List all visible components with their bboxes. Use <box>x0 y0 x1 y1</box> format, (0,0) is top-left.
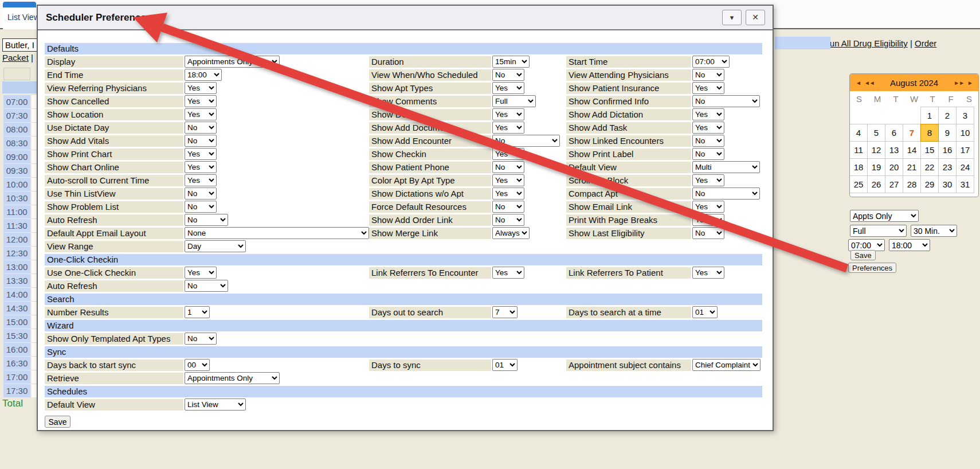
use-one-click-checkin-select[interactable]: Yes <box>185 267 217 279</box>
show-merge-link-select[interactable]: Always <box>492 227 530 239</box>
calendar-day-7[interactable]: 7 <box>903 124 921 142</box>
display-mode-select[interactable]: Full <box>850 225 907 237</box>
show-add-vitals-select[interactable]: No <box>185 135 217 147</box>
appts-filter-select[interactable]: Appts Only <box>850 210 919 222</box>
calendar-day-31[interactable]: 31 <box>956 175 974 193</box>
duration-select[interactable]: 15min <box>492 56 530 68</box>
show-problem-list-select[interactable]: No <box>185 201 217 213</box>
show-dob-select[interactable]: Yes <box>492 108 524 120</box>
calendar-day-28[interactable]: 28 <box>903 175 921 193</box>
start-time-select[interactable]: 07:00 <box>848 239 885 251</box>
show-only-templated-apt-types-select[interactable]: No <box>185 333 217 345</box>
show-patient-phone-select[interactable]: No <box>492 161 524 173</box>
show-comments-select[interactable]: Full <box>492 95 536 107</box>
end-time-select[interactable]: 18:00 <box>889 239 930 251</box>
use-dictate-day-select[interactable]: No <box>185 122 217 134</box>
auto-refresh-select[interactable]: No <box>185 214 228 226</box>
calendar-day-8[interactable]: 8 <box>920 124 939 142</box>
show-add-document-select[interactable]: Yes <box>492 122 524 134</box>
show-print-label-select[interactable]: No <box>692 148 724 160</box>
display-select[interactable]: Appointments Only <box>185 56 280 68</box>
calendar-day-23[interactable]: 23 <box>938 158 957 176</box>
calendar-day-4[interactable]: 4 <box>849 124 868 142</box>
calendar-day-3[interactable]: 3 <box>956 107 974 124</box>
auto-scroll-to-current-time-select[interactable]: Yes <box>185 174 217 186</box>
packet-link[interactable]: Packet <box>2 53 29 62</box>
close-icon[interactable]: ✕ <box>746 10 765 25</box>
show-patient-insurance-select[interactable]: Yes <box>692 82 724 94</box>
calendar-day-11[interactable]: 11 <box>849 141 868 159</box>
collapse-chevron-icon[interactable]: ▾ <box>722 10 742 25</box>
compact-apt-select[interactable]: No <box>692 187 760 200</box>
view-range-select[interactable]: Day <box>185 240 246 252</box>
show-linked-encounters-select[interactable]: No <box>692 135 724 147</box>
scroll-apt-block-select[interactable]: Yes <box>692 174 724 186</box>
calendar-day-2[interactable]: 2 <box>938 107 957 124</box>
view-attending-physicians-select[interactable]: No <box>692 69 724 81</box>
auto-refresh-select[interactable]: No <box>185 280 228 292</box>
days-to-search-at-a-time-select[interactable]: 01 <box>692 306 718 318</box>
calendar-day-9[interactable]: 9 <box>938 124 957 142</box>
retrieve-select[interactable]: Appointments Only <box>185 372 280 384</box>
calendar-day-14[interactable]: 14 <box>903 141 921 159</box>
calendar-day-20[interactable]: 20 <box>885 158 903 176</box>
calendar-prev-fast-icon[interactable]: ◄◄ <box>863 80 876 86</box>
calendar-day-25[interactable]: 25 <box>849 175 868 193</box>
show-location-select[interactable]: Yes <box>185 108 217 120</box>
show-confirmed-info-select[interactable]: No <box>692 95 760 107</box>
link-referrers-to-patient-select[interactable]: Yes <box>692 267 724 279</box>
show-checkin-select[interactable]: Yes <box>492 148 524 160</box>
calendar-day-18[interactable]: 18 <box>849 158 868 176</box>
days-back-to-start-sync-select[interactable]: 00 <box>185 359 210 371</box>
print-with-page-breaks-select[interactable]: Yes <box>692 214 724 226</box>
calendar-day-27[interactable]: 27 <box>885 175 903 193</box>
calendar-next-fast-icon[interactable]: ►► <box>952 80 966 86</box>
force-default-resources-select[interactable]: No <box>492 201 524 213</box>
show-add-dictation-select[interactable]: Yes <box>692 108 724 120</box>
appointment-subject-contains-select[interactable]: Chief Complaint <box>692 359 761 371</box>
calendar-day-13[interactable]: 13 <box>885 141 903 159</box>
show-last-eligibility-select[interactable]: No <box>692 227 724 239</box>
show-add-order-link-select[interactable]: No <box>492 214 524 226</box>
default-view-select[interactable]: List View <box>185 398 246 411</box>
calendar-prev-icon[interactable]: ◄ <box>854 80 863 86</box>
calendar-day-16[interactable]: 16 <box>938 141 957 159</box>
show-print-chart-select[interactable]: Yes <box>185 148 217 160</box>
calendar-day-22[interactable]: 22 <box>920 158 939 176</box>
calendar-day-19[interactable]: 19 <box>867 158 885 176</box>
show-apt-types-select[interactable]: Yes <box>492 82 524 94</box>
default-appt-email-layout-select[interactable]: None <box>185 227 369 239</box>
view-when-who-scheduled-select[interactable]: No <box>492 69 524 81</box>
calendar-day-15[interactable]: 15 <box>920 141 939 159</box>
panel-save-button[interactable]: Save <box>850 250 876 260</box>
default-view-select[interactable]: Multi <box>692 161 760 173</box>
start-time-select[interactable]: 07:00 <box>692 56 730 68</box>
calendar-day-5[interactable]: 5 <box>867 124 885 142</box>
days-to-sync-select[interactable]: 01 <box>492 359 518 371</box>
show-chart-online-select[interactable]: Yes <box>185 161 217 173</box>
show-add-encounter-select[interactable]: No <box>492 135 560 147</box>
show-email-link-select[interactable]: Yes <box>692 201 724 213</box>
calendar-day-10[interactable]: 10 <box>956 124 974 142</box>
end-time-select[interactable]: 18:00 <box>185 69 222 81</box>
order-link[interactable]: Order <box>915 38 936 48</box>
color-apt-by-apt-type-select[interactable]: Yes <box>492 174 524 186</box>
dialog-save-button[interactable]: Save <box>45 416 70 428</box>
days-out-to-search-select[interactable]: 7 <box>492 306 518 318</box>
view-referring-physicians-select[interactable]: Yes <box>185 82 217 94</box>
run-all-drug-eligibility-link[interactable]: Run All Drug Eligibility <box>824 38 908 48</box>
show-cancelled-select[interactable]: Yes <box>185 95 217 107</box>
calendar-day-24[interactable]: 24 <box>956 158 974 176</box>
link-referrers-to-encounter-select[interactable]: Yes <box>492 267 524 279</box>
show-dictations-w-o-apt-select[interactable]: Yes <box>492 187 524 200</box>
preferences-button[interactable]: Preferences <box>848 263 896 273</box>
calendar-day-12[interactable]: 12 <box>867 141 885 159</box>
calendar-day-30[interactable]: 30 <box>938 175 957 193</box>
number-results-select[interactable]: 1 <box>185 306 210 318</box>
calendar-day-29[interactable]: 29 <box>920 175 939 193</box>
calendar-day-17[interactable]: 17 <box>956 141 974 159</box>
calendar-day-26[interactable]: 26 <box>867 175 885 193</box>
calendar-day-6[interactable]: 6 <box>885 124 903 142</box>
show-add-task-select[interactable]: Yes <box>692 122 724 134</box>
calendar-next-icon[interactable]: ► <box>966 80 974 86</box>
